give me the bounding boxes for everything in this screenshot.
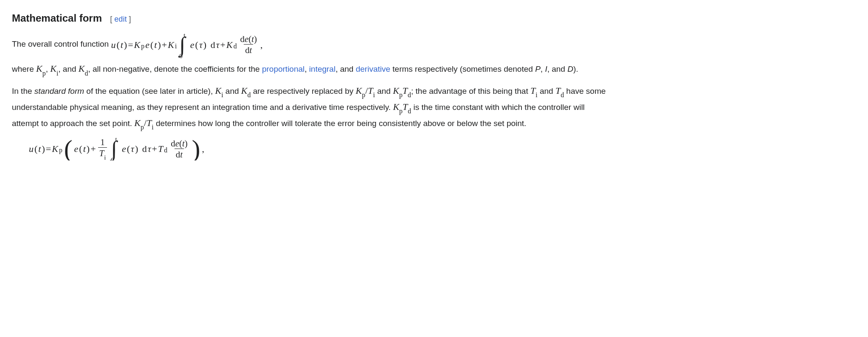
em-standard-form: standard form <box>34 87 84 95</box>
edit-section: [ edit ] <box>110 15 131 23</box>
link-derivative[interactable]: derivative <box>356 65 390 73</box>
math-kp-td: KpTd <box>393 85 411 96</box>
equation-standard-form: u(t) = Kp ( e(t) + 1 Ti ∫ t 0 e(τ) dτ + … <box>29 137 606 160</box>
edit-bracket-open: [ <box>110 15 114 23</box>
edit-link[interactable]: edit <box>114 15 127 23</box>
math-kp: Kp <box>36 63 46 74</box>
section-header: Mathematical form [ edit ] <box>12 10 606 34</box>
fraction-1-ti: 1 Ti <box>98 137 107 160</box>
math-kp-over-ti: Kp/Ti <box>356 85 375 96</box>
math-p: P <box>535 65 541 73</box>
edit-bracket-close: ] <box>127 15 131 23</box>
section-title: Mathematical form <box>12 10 102 26</box>
fraction-de-dt: de(t) dt <box>239 34 258 55</box>
math-kd: Kd <box>79 63 88 74</box>
link-integral[interactable]: integral <box>309 65 335 73</box>
paragraph-standard-form: In the standard form of the equation (se… <box>12 83 606 131</box>
math-ki: Ki <box>50 63 58 74</box>
integral-symbol: ∫ t 0 <box>178 37 185 52</box>
paragraph-control-function: The overall control function u(t) = Kpe(… <box>12 34 606 55</box>
link-proportional[interactable]: proportional <box>262 65 304 73</box>
equation-control-function: u(t) = Kpe(t) + Ki ∫ t 0 e(τ) dτ + Kd de… <box>111 34 262 55</box>
text-lead: The overall control function <box>12 39 111 48</box>
paragraph-coefficients: where Kp, Ki, and Kd, all non-negative, … <box>12 61 606 77</box>
math-d: D <box>567 65 573 73</box>
